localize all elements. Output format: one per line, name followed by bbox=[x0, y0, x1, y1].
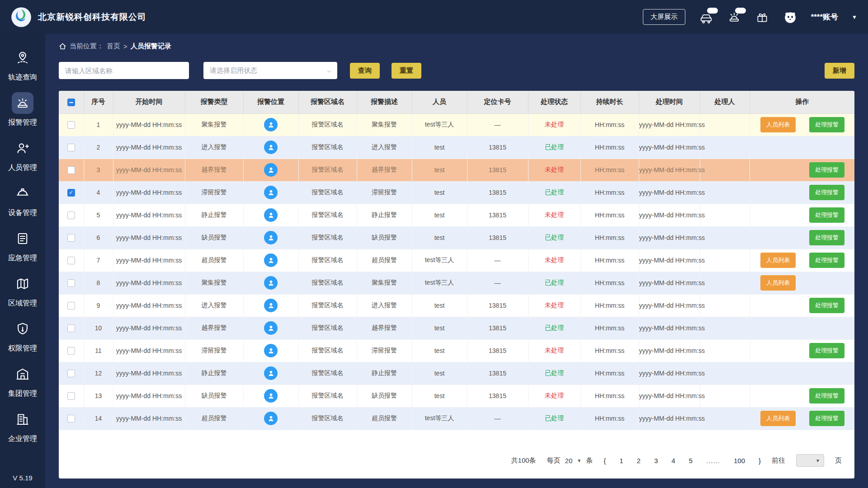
row-checkbox[interactable] bbox=[67, 302, 75, 310]
query-button[interactable]: 查询 bbox=[350, 63, 380, 79]
area-name-input[interactable] bbox=[59, 62, 189, 79]
per-page-unit: 条 bbox=[586, 456, 593, 465]
person-list-button[interactable]: 人员列表 bbox=[760, 117, 796, 132]
handle-alarm-button[interactable]: 处理报警 bbox=[809, 207, 844, 223]
table-row: 1yyyy-MM-dd HH:mm:ss聚集报警报警区域名聚集报警test等三人… bbox=[59, 113, 854, 136]
row-checkbox[interactable] bbox=[67, 257, 75, 264]
page-number[interactable]: 2 bbox=[637, 457, 641, 465]
sidebar-item-region-management[interactable]: 区域管理 bbox=[8, 268, 37, 313]
page-number[interactable]: 3 bbox=[654, 457, 658, 465]
location-icon[interactable] bbox=[264, 141, 278, 154]
location-icon[interactable] bbox=[264, 276, 278, 290]
handle-alarm-button[interactable]: 处理报警 bbox=[809, 162, 844, 178]
sidebar-item-personnel-management[interactable]: 人员管理 bbox=[8, 132, 37, 178]
account-label[interactable]: ****账号 bbox=[811, 12, 838, 22]
next-page-button[interactable]: } bbox=[759, 457, 761, 465]
row-checkbox[interactable] bbox=[67, 392, 75, 400]
row-index: 5 bbox=[84, 204, 113, 226]
sidebar-item-permission-management[interactable]: 权限管理 bbox=[8, 313, 37, 358]
sidebar-item-group-management[interactable]: 集团管理 bbox=[8, 358, 37, 404]
gift-icon[interactable] bbox=[755, 10, 769, 24]
location-icon[interactable] bbox=[264, 163, 278, 177]
location-icon[interactable] bbox=[264, 186, 278, 199]
person-list-button[interactable]: 人员列表 bbox=[760, 253, 796, 268]
sidebar-item-emergency-management[interactable]: 应急管理 bbox=[8, 223, 37, 268]
goto-label: 前往 bbox=[772, 456, 785, 465]
location-icon[interactable] bbox=[264, 299, 278, 312]
row-checkbox[interactable] bbox=[67, 370, 75, 377]
row-checkbox[interactable] bbox=[67, 211, 75, 219]
page-number[interactable]: 5 bbox=[689, 457, 693, 465]
alarm-location-cell bbox=[243, 249, 298, 272]
alarm-area-name: 报警区域名 bbox=[298, 385, 357, 407]
page-number[interactable]: 100 bbox=[734, 457, 745, 465]
start-time: yyyy-MM-dd HH:mm:ss bbox=[113, 159, 185, 181]
big-screen-button[interactable]: 大屏展示 bbox=[643, 9, 685, 25]
handle-alarm-button[interactable]: 处理报警 bbox=[809, 230, 844, 245]
handle-alarm-button[interactable]: 处理报警 bbox=[809, 343, 844, 358]
action-slot: 处理报警 bbox=[805, 185, 849, 200]
row-checkbox[interactable] bbox=[67, 144, 75, 151]
sidebar-item-label: 应急管理 bbox=[8, 253, 37, 263]
row-checkbox[interactable] bbox=[67, 121, 75, 129]
status-text: 未处理 bbox=[545, 166, 564, 173]
start-time: yyyy-MM-dd HH:mm:ss bbox=[113, 407, 185, 430]
sidebar-item-alarm-management[interactable]: 报警管理 bbox=[8, 87, 37, 132]
row-index: 7 bbox=[84, 249, 113, 272]
actions-wrap: 处理报警 bbox=[750, 207, 849, 223]
row-checkbox[interactable] bbox=[67, 324, 75, 332]
enable-status-select[interactable]: 请选择启用状态 ⌵ bbox=[203, 62, 337, 79]
location-icon[interactable] bbox=[264, 118, 278, 131]
handle-alarm-button[interactable]: 处理报警 bbox=[809, 253, 844, 268]
vehicle-badge bbox=[707, 8, 718, 14]
card-number: 13815 bbox=[467, 159, 528, 181]
duration: HH:mm:ss bbox=[580, 339, 639, 362]
row-checkbox[interactable] bbox=[67, 234, 75, 242]
avatar[interactable] bbox=[783, 10, 797, 24]
person-list-button[interactable]: 人员列表 bbox=[760, 411, 796, 426]
add-button[interactable]: 新增 bbox=[825, 63, 854, 79]
alarm-location-cell bbox=[243, 136, 298, 159]
handle-time: yyyy-MM-dd HH:mm:ss bbox=[639, 249, 700, 272]
location-icon[interactable] bbox=[264, 412, 278, 425]
handle-alarm-button[interactable]: 处理报警 bbox=[809, 117, 844, 132]
page-number[interactable]: 1 bbox=[619, 457, 623, 465]
sidebar-item-track-query[interactable]: 轨迹查询 bbox=[8, 42, 37, 87]
goto-page-select[interactable]: ▼ bbox=[796, 454, 824, 467]
table-row: 6yyyy-MM-dd HH:mm:ss缺员报警报警区域名缺员报警test138… bbox=[59, 226, 854, 249]
row-checkbox[interactable] bbox=[67, 347, 75, 355]
select-all-checkbox[interactable] bbox=[67, 99, 75, 106]
row-checkbox[interactable] bbox=[67, 189, 75, 197]
alarm-bell-icon[interactable] bbox=[727, 10, 741, 24]
vehicle-icon[interactable] bbox=[699, 10, 713, 24]
handle-alarm-button[interactable]: 处理报警 bbox=[809, 185, 844, 200]
location-icon[interactable] bbox=[264, 344, 278, 357]
prev-page-button[interactable]: { bbox=[604, 457, 606, 465]
location-icon[interactable] bbox=[264, 366, 278, 380]
reset-button[interactable]: 重置 bbox=[392, 63, 421, 79]
person-name: test bbox=[412, 317, 467, 339]
sidebar-item-enterprise-management[interactable]: 企业管理 bbox=[8, 404, 37, 449]
breadcrumb-home[interactable]: 首页 bbox=[107, 42, 120, 51]
location-icon[interactable] bbox=[264, 231, 278, 244]
handle-alarm-button[interactable]: 处理报警 bbox=[809, 388, 844, 404]
status-text: 已处理 bbox=[545, 324, 564, 331]
location-icon[interactable] bbox=[264, 253, 278, 267]
sidebar-item-device-management[interactable]: 设备管理 bbox=[8, 178, 37, 223]
version-label: V 5.19 bbox=[0, 474, 45, 482]
handle-alarm-button[interactable]: 处理报警 bbox=[809, 298, 844, 313]
page-number[interactable]: 4 bbox=[671, 457, 675, 465]
per-page-value[interactable]: 20 bbox=[565, 457, 573, 465]
row-checkbox[interactable] bbox=[67, 415, 75, 422]
person-list-button[interactable]: 人员列表 bbox=[760, 275, 796, 291]
row-checkbox[interactable] bbox=[67, 166, 75, 174]
location-icon[interactable] bbox=[264, 389, 278, 403]
actions-cell: 人员列表处理报警 bbox=[750, 249, 854, 272]
chevron-down-icon[interactable]: ▼ bbox=[577, 458, 581, 463]
row-checkbox[interactable] bbox=[67, 279, 75, 287]
status-cell: 已处理 bbox=[528, 272, 580, 294]
location-icon[interactable] bbox=[264, 321, 278, 335]
handle-alarm-button[interactable]: 处理报警 bbox=[809, 411, 844, 426]
chevron-down-icon[interactable]: ▼ bbox=[852, 14, 857, 20]
location-icon[interactable] bbox=[264, 208, 278, 222]
